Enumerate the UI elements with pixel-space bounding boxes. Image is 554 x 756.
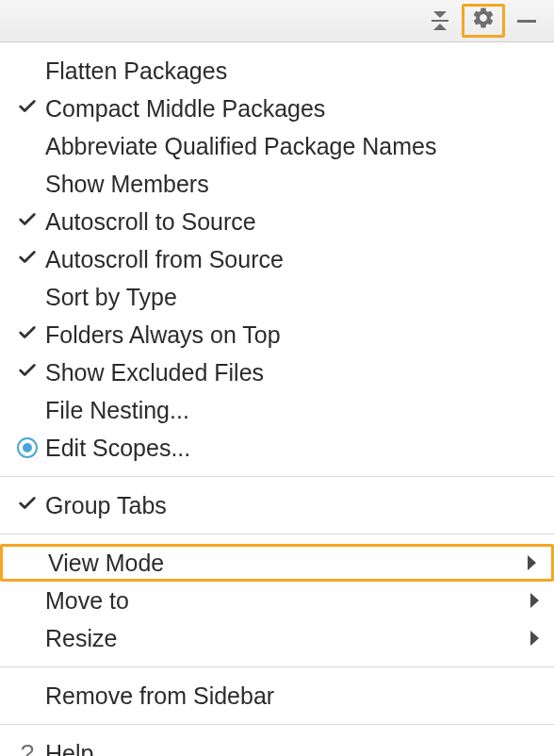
settings-button[interactable] xyxy=(462,4,505,38)
check-slot xyxy=(9,208,45,236)
menu-separator xyxy=(0,724,554,725)
collapse-expand-button[interactable] xyxy=(418,4,462,38)
check-slot xyxy=(9,321,45,349)
menu-label: File Nesting... xyxy=(45,397,539,424)
menu-label: Show Members xyxy=(45,171,539,198)
menu-item-edit-scopes[interactable]: Edit Scopes... xyxy=(0,429,554,467)
menu-label: Resize xyxy=(45,625,530,652)
menu-label: Abbreviate Qualified Package Names xyxy=(45,133,539,160)
menu-item-show-members[interactable]: Show Members xyxy=(0,165,554,203)
collapse-icon xyxy=(432,11,448,30)
toolbar xyxy=(0,0,554,42)
help-slot: ? xyxy=(9,739,45,757)
menu-item-folders-always-on-top[interactable]: Folders Always on Top xyxy=(0,316,554,353)
menu-item-remove-from-sidebar[interactable]: Remove from Sidebar xyxy=(0,677,554,715)
menu-item-move-to[interactable]: Move to xyxy=(0,582,554,619)
menu-label: Compact Middle Packages xyxy=(45,95,539,123)
check-icon xyxy=(17,208,38,236)
menu-item-help[interactable]: ? Help xyxy=(0,734,554,756)
menu-item-flatten-packages[interactable]: Flatten Packages xyxy=(0,52,554,90)
settings-menu: Flatten Packages Compact Middle Packages… xyxy=(0,42,554,756)
help-icon: ? xyxy=(21,739,34,757)
menu-label: View Mode xyxy=(48,550,528,577)
menu-label: Help xyxy=(45,740,539,757)
check-slot xyxy=(9,359,45,386)
minimize-icon xyxy=(517,20,536,23)
radio-slot xyxy=(9,437,45,458)
menu-item-show-excluded-files[interactable]: Show Excluded Files xyxy=(0,353,554,391)
submenu-arrow-icon xyxy=(530,631,539,646)
menu-item-resize[interactable]: Resize xyxy=(0,619,554,657)
check-icon xyxy=(17,321,38,349)
menu-label: Autoscroll to Source xyxy=(45,208,539,236)
check-icon xyxy=(17,492,38,519)
menu-item-file-nesting[interactable]: File Nesting... xyxy=(0,391,554,429)
menu-separator xyxy=(0,534,554,534)
submenu-arrow-icon xyxy=(530,593,539,608)
menu-label: Flatten Packages xyxy=(45,58,539,85)
menu-label: Sort by Type xyxy=(45,284,539,311)
menu-item-autoscroll-to-source[interactable]: Autoscroll to Source xyxy=(0,203,554,240)
menu-label: Edit Scopes... xyxy=(45,435,539,462)
menu-label: Remove from Sidebar xyxy=(45,682,539,710)
menu-item-abbreviate-qualified-package-names[interactable]: Abbreviate Qualified Package Names xyxy=(0,127,554,165)
menu-item-sort-by-type[interactable]: Sort by Type xyxy=(0,278,554,316)
menu-label: Autoscroll from Source xyxy=(45,246,539,273)
check-slot xyxy=(9,95,45,123)
check-slot xyxy=(9,246,45,273)
menu-label: Folders Always on Top xyxy=(45,321,539,349)
check-icon xyxy=(17,359,38,386)
radio-icon xyxy=(17,437,38,458)
menu-label: Show Excluded Files xyxy=(45,359,539,386)
menu-item-group-tabs[interactable]: Group Tabs xyxy=(0,486,554,524)
menu-separator xyxy=(0,666,554,667)
menu-item-autoscroll-from-source[interactable]: Autoscroll from Source xyxy=(0,240,554,278)
check-icon xyxy=(17,246,38,273)
menu-item-compact-middle-packages[interactable]: Compact Middle Packages xyxy=(0,90,554,127)
gear-icon xyxy=(471,6,496,36)
menu-item-view-mode[interactable]: View Mode xyxy=(0,544,554,582)
submenu-arrow-icon xyxy=(528,555,536,570)
minimize-button[interactable] xyxy=(505,4,548,38)
menu-separator xyxy=(0,476,554,477)
check-icon xyxy=(17,95,38,123)
menu-label: Group Tabs xyxy=(45,492,539,519)
menu-label: Move to xyxy=(45,587,530,615)
check-slot xyxy=(9,492,45,519)
